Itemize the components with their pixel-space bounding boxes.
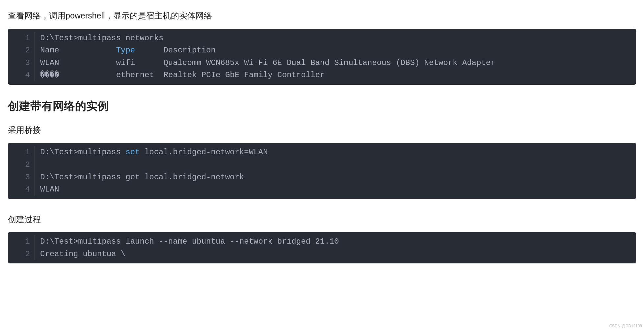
line-content	[35, 159, 636, 171]
line-content: D:\Test>multipass networks	[35, 32, 636, 45]
line-number: 4	[8, 183, 35, 196]
paragraph-network-intro: 查看网络，调用powershell，显示的是宿主机的实体网络	[8, 9, 636, 23]
code-token: D:\Test>multipass launch --name ubuntua …	[40, 237, 339, 246]
code-token: D:\Test>multipass	[40, 148, 125, 157]
code-line: 3D:\Test>multipass get local.bridged-net…	[8, 171, 636, 184]
line-number: 4	[8, 69, 35, 81]
line-content: Creating ubuntua \	[35, 248, 636, 260]
line-number: 2	[8, 248, 35, 260]
line-number: 3	[8, 57, 35, 69]
code-token: Type	[116, 46, 135, 55]
code-line: 1D:\Test>multipass launch --name ubuntua…	[8, 235, 636, 248]
code-line: 2	[8, 159, 636, 171]
code-line: 2Name Type Description	[8, 44, 636, 57]
code-line: 4���� ethernet Realtek PCIe GbE Family C…	[8, 69, 636, 81]
code-block-launch: 1D:\Test>multipass launch --name ubuntua…	[8, 232, 636, 263]
line-content: Name Type Description	[35, 44, 636, 57]
line-content: WLAN	[35, 183, 636, 196]
heading-create-instance: 创建带有网络的实例	[8, 99, 636, 114]
code-token: Name	[40, 46, 116, 55]
code-token: Creating ubuntua \	[40, 250, 125, 258]
code-token: ���� ethernet Realtek PCIe GbE Family Co…	[40, 71, 325, 79]
line-number: 1	[8, 32, 35, 45]
code-block-set-bridged: 1D:\Test>multipass set local.bridged-net…	[8, 143, 636, 199]
line-content: ���� ethernet Realtek PCIe GbE Family Co…	[35, 69, 636, 81]
line-content: D:\Test>multipass get local.bridged-netw…	[35, 171, 636, 184]
code-line: 3WLAN wifi Qualcomm WCN685x Wi-Fi 6E Dua…	[8, 57, 636, 69]
code-line: 4WLAN	[8, 183, 636, 196]
line-content: D:\Test>multipass launch --name ubuntua …	[35, 235, 636, 248]
code-token: WLAN	[40, 185, 59, 194]
article-page: 查看网络，调用powershell，显示的是宿主机的实体网络 1D:\Test>…	[0, 0, 644, 268]
code-token: set	[125, 148, 140, 157]
line-number: 1	[8, 235, 35, 248]
line-number: 2	[8, 44, 35, 57]
code-token: D:\Test>multipass get local.bridged-netw…	[40, 173, 244, 182]
code-line: 1D:\Test>multipass networks	[8, 32, 636, 45]
line-content: WLAN wifi Qualcomm WCN685x Wi-Fi 6E Dual…	[35, 57, 636, 69]
code-token: Description	[135, 46, 216, 55]
line-number: 2	[8, 159, 35, 171]
code-line: 2Creating ubuntua \	[8, 248, 636, 260]
paragraph-bridged: 采用桥接	[8, 123, 636, 137]
code-block-networks: 1D:\Test>multipass networks2Name Type De…	[8, 29, 636, 85]
line-content: D:\Test>multipass set local.bridged-netw…	[35, 146, 636, 159]
code-token: D:\Test>multipass networks	[40, 34, 163, 43]
code-token: local.bridged-network=WLAN	[140, 148, 268, 157]
paragraph-create-process: 创建过程	[8, 212, 636, 226]
code-line: 1D:\Test>multipass set local.bridged-net…	[8, 146, 636, 159]
code-token: WLAN wifi Qualcomm WCN685x Wi-Fi 6E Dual…	[40, 58, 496, 67]
line-number: 3	[8, 171, 35, 184]
line-number: 1	[8, 146, 35, 159]
